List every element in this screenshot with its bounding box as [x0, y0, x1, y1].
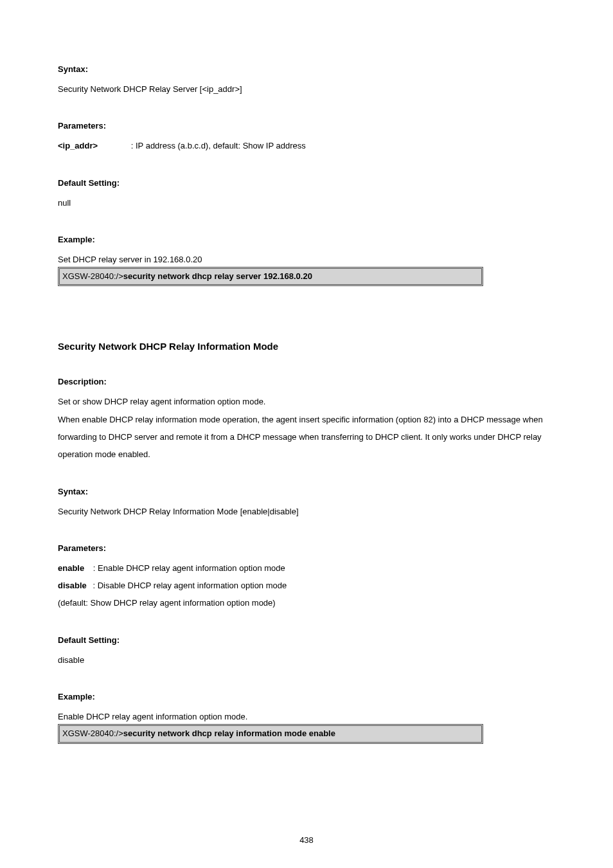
page-number: 438: [0, 835, 613, 845]
param-text-ipaddr: : IP address (a.b.c.d), default: Show IP…: [100, 141, 306, 150]
syntax-body-1: Security Network DHCP Relay Server [<ip_…: [58, 80, 555, 98]
param-text-disable: : Disable DHCP relay agent information o…: [89, 581, 287, 590]
default-heading-1: Default Setting:: [58, 178, 555, 188]
desc-heading-2: Description:: [58, 377, 555, 386]
code-prompt-1: XGSW-28040:/>: [62, 271, 123, 281]
param-enable-row: enable : Enable DHCP relay agent informa…: [58, 559, 555, 577]
param-disable-row: disable : Disable DHCP relay agent infor…: [58, 577, 555, 594]
example-text-1: Set DHCP relay server in 192.168.0.20: [58, 251, 555, 268]
code-prompt-2: XGSW-28040:/>: [62, 728, 123, 738]
default-value-1: null: [58, 194, 555, 212]
desc-line2-2: When enable DHCP relay information mode …: [58, 411, 555, 464]
default-value-2: disable: [58, 651, 555, 669]
code-cmd-1: security network dhcp relay server 192.1…: [123, 271, 312, 281]
default-heading-2: Default Setting:: [58, 635, 555, 645]
params-heading-2: Parameters:: [58, 543, 555, 553]
param-label-ipaddr: <ip_addr>: [58, 141, 98, 150]
param-label-disable: disable: [58, 581, 87, 590]
code-box-2: XGSW-28040:/>security network dhcp relay…: [58, 724, 483, 743]
params-row-1: <ip_addr> : IP address (a.b.c.d), defaul…: [58, 137, 555, 154]
param-text-enable: : Enable DHCP relay agent information op…: [87, 563, 285, 573]
example-heading-2: Example:: [58, 692, 555, 701]
syntax-heading-2: Syntax:: [58, 487, 555, 496]
example-text-2: Enable DHCP relay agent information opti…: [58, 708, 555, 725]
param-default-note: (default: Show DHCP relay agent informat…: [58, 594, 555, 611]
syntax-body-2: Security Network DHCP Relay Information …: [58, 503, 555, 520]
command-title-2: Security Network DHCP Relay Information …: [58, 341, 555, 352]
syntax-heading-1: Syntax:: [58, 64, 555, 74]
code-box-1: XGSW-28040:/>security network dhcp relay…: [58, 267, 483, 286]
example-heading-1: Example:: [58, 235, 555, 244]
param-label-enable: enable: [58, 563, 84, 573]
page: Syntax: Security Network DHCP Relay Serv…: [0, 0, 613, 868]
params-heading-1: Parameters:: [58, 121, 555, 131]
code-cmd-2: security network dhcp relay information …: [123, 728, 335, 738]
desc-line1-2: Set or show DHCP relay agent information…: [58, 393, 555, 410]
